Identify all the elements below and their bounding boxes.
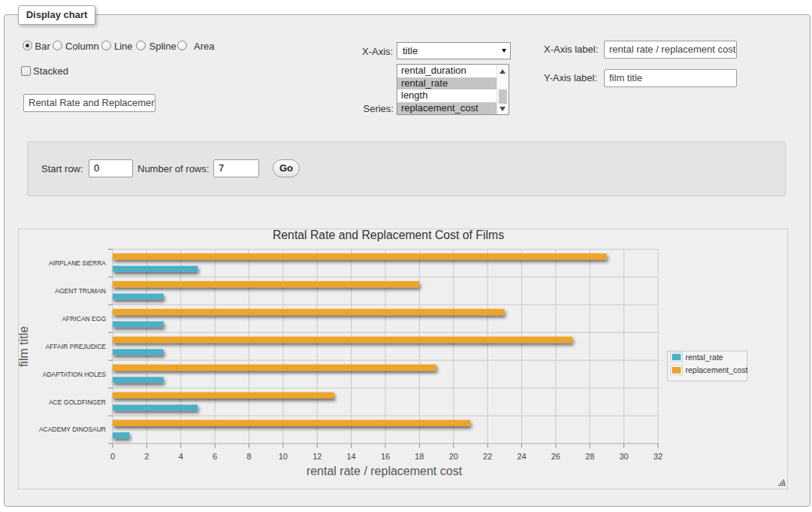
svg-text:32: 32 <box>654 452 663 461</box>
svg-text:replacement_cost: replacement_cost <box>686 365 748 374</box>
svg-text:2: 2 <box>144 452 149 461</box>
svg-text:AIRPLANE SIERRA: AIRPLANE SIERRA <box>49 259 106 267</box>
svg-text:12: 12 <box>312 452 321 461</box>
svg-text:10: 10 <box>279 452 288 461</box>
svg-text:16: 16 <box>381 452 390 461</box>
svg-text:6: 6 <box>213 452 217 461</box>
svg-text:ADAPTATION HOLES: ADAPTATION HOLES <box>43 371 107 378</box>
svg-text:18: 18 <box>415 452 424 461</box>
svg-text:0: 0 <box>110 452 115 461</box>
svg-text:AFFAIR PREJUDICE: AFFAIR PREJUDICE <box>46 343 107 350</box>
svg-text:24: 24 <box>517 452 526 461</box>
svg-text:film title: film title <box>19 326 30 367</box>
svg-text:26: 26 <box>551 452 560 461</box>
svg-text:AFRICAN EGG: AFRICAN EGG <box>62 315 106 323</box>
svg-text:AGENT TRUMAN: AGENT TRUMAN <box>55 287 106 295</box>
svg-text:22: 22 <box>483 452 492 461</box>
svg-text:ACADEMY DINOSAUR: ACADEMY DINOSAUR <box>39 426 106 433</box>
svg-text:ACE GOLDFINGER: ACE GOLDFINGER <box>49 398 106 406</box>
svg-text:20: 20 <box>449 452 458 461</box>
svg-text:4: 4 <box>179 452 183 461</box>
svg-text:rental rate / replacement cost: rental rate / replacement cost <box>306 465 463 477</box>
svg-text:14: 14 <box>346 452 355 461</box>
svg-text:28: 28 <box>585 452 594 461</box>
svg-text:rental_rate: rental_rate <box>686 353 723 362</box>
svg-text:8: 8 <box>246 452 251 461</box>
svg-text:Rental Rate and Replacement Co: Rental Rate and Replacement Cost of Film… <box>273 229 504 241</box>
svg-text:30: 30 <box>619 452 628 461</box>
